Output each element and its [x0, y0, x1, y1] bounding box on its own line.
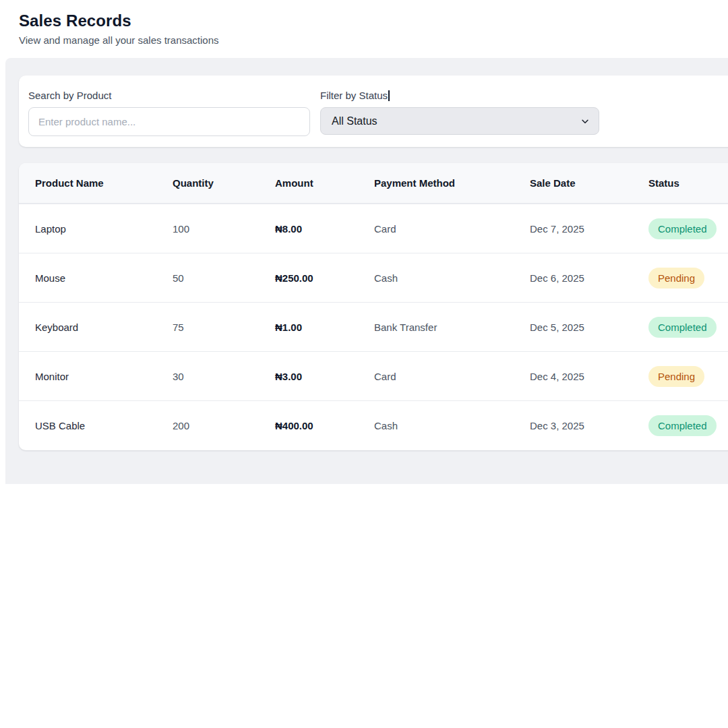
cell-product-name: Keyboard	[19, 322, 173, 333]
cell-amount: ₦8.00	[275, 223, 374, 235]
table-row: USB Cable 200 ₦400.00 Cash Dec 3, 2025 C…	[19, 400, 728, 450]
status-badge: Completed	[648, 317, 717, 338]
page-title: Sales Records	[19, 11, 131, 30]
column-header-status: Status	[648, 177, 728, 189]
status-filter-label-text: Filter by Status	[320, 90, 388, 101]
status-filter-select[interactable]: All Status	[320, 107, 599, 135]
cell-payment-method: Card	[374, 223, 530, 235]
cell-sale-date: Dec 4, 2025	[530, 371, 648, 382]
cell-quantity: 30	[173, 371, 275, 382]
cell-amount: ₦1.00	[275, 322, 374, 333]
cell-amount: ₦400.00	[275, 420, 374, 431]
cell-sale-date: Dec 5, 2025	[530, 322, 648, 333]
cell-amount: ₦3.00	[275, 371, 374, 382]
column-header-quantity: Quantity	[173, 177, 275, 189]
cell-quantity: 200	[173, 420, 275, 431]
cell-payment-method: Cash	[374, 272, 530, 284]
cell-sale-date: Dec 7, 2025	[530, 223, 648, 235]
search-label-text: Search by Product	[28, 90, 111, 101]
cell-payment-method: Cash	[374, 420, 530, 431]
table-row: Keyboard 75 ₦1.00 Bank Transfer Dec 5, 2…	[19, 302, 728, 351]
cell-product-name: Mouse	[19, 272, 173, 284]
cell-product-name: Monitor	[19, 371, 173, 382]
search-input[interactable]	[28, 107, 310, 136]
table-header-row: Product Name Quantity Amount Payment Met…	[19, 163, 728, 204]
main-content-section: Search by Product Filter by Status All S…	[5, 58, 728, 484]
cell-product-name: USB Cable	[19, 420, 173, 431]
cell-sale-date: Dec 3, 2025	[530, 420, 648, 431]
cell-payment-method: Bank Transfer	[374, 322, 530, 333]
column-header-payment: Payment Method	[374, 177, 530, 189]
cell-sale-date: Dec 6, 2025	[530, 272, 648, 284]
cell-quantity: 50	[173, 272, 275, 284]
table-row: Monitor 30 ₦3.00 Card Dec 4, 2025 Pendin…	[19, 351, 728, 400]
cell-product-name: Laptop	[19, 223, 173, 235]
cell-amount: ₦250.00	[275, 272, 374, 284]
status-filter-selected-value: All Status	[332, 115, 377, 127]
column-header-amount: Amount	[275, 177, 374, 189]
status-badge: Completed	[648, 218, 717, 239]
table-row: Mouse 50 ₦250.00 Cash Dec 6, 2025 Pendin…	[19, 253, 728, 302]
page-subtitle: View and manage all your sales transacti…	[19, 34, 219, 46]
table-row: Laptop 100 ₦8.00 Card Dec 7, 2025 Comple…	[19, 204, 728, 253]
column-header-product: Product Name	[19, 177, 173, 189]
status-filter-label: Filter by Status	[320, 90, 390, 101]
chevron-down-icon	[580, 117, 590, 126]
column-header-date: Sale Date	[530, 177, 648, 189]
cell-payment-method: Card	[374, 371, 530, 382]
text-caret	[388, 90, 390, 101]
status-badge: Pending	[648, 268, 704, 289]
cell-quantity: 100	[173, 223, 275, 235]
filter-card: Search by Product Filter by Status All S…	[19, 75, 728, 147]
page-header: Sales Records View and manage all your s…	[0, 0, 728, 58]
status-badge: Pending	[648, 366, 704, 387]
status-badge: Completed	[648, 415, 717, 436]
search-label: Search by Product	[28, 90, 111, 101]
sales-table: Product Name Quantity Amount Payment Met…	[19, 163, 728, 450]
cell-quantity: 75	[173, 322, 275, 333]
